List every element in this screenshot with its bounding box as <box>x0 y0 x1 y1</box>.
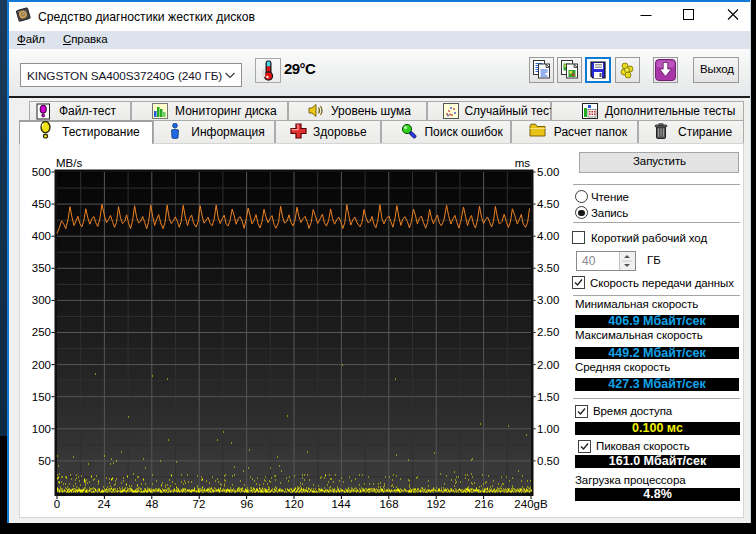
svg-text:48: 48 <box>146 498 159 510</box>
svg-text:ms: ms <box>515 157 531 169</box>
svg-text:144: 144 <box>331 498 351 510</box>
svg-text:168: 168 <box>379 498 398 510</box>
svg-text:96: 96 <box>241 498 254 510</box>
svg-text:450: 450 <box>32 198 51 210</box>
svg-text:216: 216 <box>474 498 493 510</box>
svg-text:24: 24 <box>98 498 111 510</box>
svg-text:50: 50 <box>38 455 51 467</box>
svg-text:0: 0 <box>54 498 60 510</box>
svg-text:250: 250 <box>32 326 51 338</box>
svg-text:MB/s: MB/s <box>56 157 82 169</box>
svg-text:200: 200 <box>32 359 51 371</box>
svg-text:300: 300 <box>32 294 51 306</box>
svg-text:1.50: 1.50 <box>537 391 559 403</box>
svg-text:150: 150 <box>32 391 51 403</box>
svg-text:120: 120 <box>284 498 303 510</box>
svg-text:72: 72 <box>193 498 206 510</box>
svg-text:3.00: 3.00 <box>537 294 559 306</box>
svg-text:192: 192 <box>426 498 445 510</box>
svg-text:0.50: 0.50 <box>537 455 559 467</box>
svg-text:5.00: 5.00 <box>537 166 559 178</box>
svg-text:240gB: 240gB <box>514 498 548 510</box>
svg-text:3.50: 3.50 <box>537 262 559 274</box>
svg-text:4.00: 4.00 <box>537 230 559 242</box>
svg-text:2.50: 2.50 <box>537 326 559 338</box>
svg-text:500: 500 <box>32 166 51 178</box>
svg-text:100: 100 <box>32 423 51 435</box>
svg-text:1.00: 1.00 <box>537 423 559 435</box>
svg-text:4.50: 4.50 <box>537 198 559 210</box>
svg-text:2.00: 2.00 <box>537 359 559 371</box>
svg-text:400: 400 <box>32 230 51 242</box>
svg-text:350: 350 <box>32 262 51 274</box>
